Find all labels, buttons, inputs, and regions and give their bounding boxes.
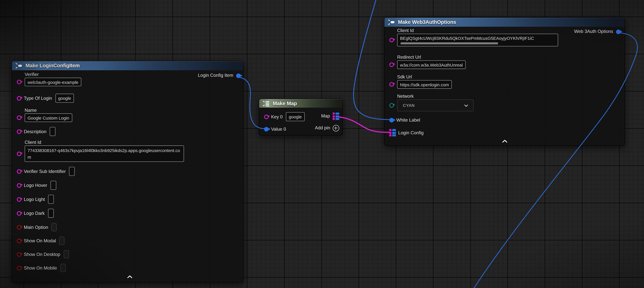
show-on-modal-checkbox[interactable] <box>59 237 65 245</box>
client-id-pin[interactable] <box>390 38 394 42</box>
field-logo-dark: Logo Dark <box>12 208 54 219</box>
node-title: Make Web3AuthOptions <box>398 19 456 25</box>
client-id-pin[interactable] <box>17 151 21 156</box>
name-pin[interactable] <box>17 115 21 120</box>
node-title: Make LoginConfigItem <box>26 63 80 69</box>
white-label-label: White Label <box>396 118 420 123</box>
field-show-on-mobile: Show On Mobile <box>12 263 66 273</box>
field-verifier: Verifier web3auth-google-example <box>12 72 81 86</box>
name-input[interactable]: Google Custom Login <box>25 113 72 122</box>
verifier-label: Verifier <box>25 72 81 77</box>
main-option-pin[interactable] <box>17 225 21 229</box>
make-map-icon <box>262 100 270 106</box>
output-pin-label: Login Config Item <box>198 73 233 78</box>
login-config-item-output-pin[interactable] <box>236 73 241 78</box>
node-title: Make Map <box>273 100 297 106</box>
collapse-node-button[interactable] <box>124 275 136 278</box>
verifier-sub-identifier-label: Verifier Sub Identifier <box>24 169 66 174</box>
field-login-config: Login Config <box>384 128 424 137</box>
login-config-map-pin-icon[interactable] <box>390 129 396 136</box>
client-id-input[interactable]: 774338308167-q463s7kpvja16l4l0kko3nb925i… <box>25 145 184 162</box>
key0-label: Key 0 <box>271 114 283 119</box>
network-dropdown[interactable]: CYAN <box>397 99 474 111</box>
show-on-desktop-pin[interactable] <box>17 252 21 256</box>
add-pin-button[interactable]: Add pin <box>315 125 339 131</box>
dropdown-chevron-icon <box>464 104 468 107</box>
field-main-option: Main Option <box>12 222 57 232</box>
collapse-chevron-icon <box>502 140 508 143</box>
output-pin-label: Web 3Auth Options <box>574 29 613 34</box>
verifier-sub-identifier-input[interactable] <box>69 167 75 176</box>
logo-dark-pin[interactable] <box>17 211 21 215</box>
main-option-checkbox[interactable] <box>52 223 57 231</box>
collapse-node-button[interactable] <box>499 140 511 143</box>
show-on-modal-pin[interactable] <box>17 238 21 243</box>
show-on-mobile-pin[interactable] <box>17 266 21 270</box>
sdk-url-pin[interactable] <box>390 82 394 87</box>
network-pin[interactable] <box>390 103 394 108</box>
show-on-mobile-label: Show On Mobile <box>24 265 57 270</box>
node-make-login-config-item[interactable]: Make LoginConfigItem Login Config Item V… <box>12 61 244 282</box>
field-show-on-modal: Show On Modal <box>12 236 64 245</box>
name-label: Name <box>25 108 72 113</box>
logo-light-input[interactable] <box>48 195 54 204</box>
logo-light-pin[interactable] <box>17 197 21 201</box>
map-pin-icon[interactable] <box>333 113 339 120</box>
node-header[interactable]: Make Web3AuthOptions <box>384 18 625 27</box>
logo-dark-label: Logo Dark <box>24 211 45 216</box>
key0-pin[interactable] <box>264 114 269 119</box>
description-input[interactable] <box>50 127 56 136</box>
field-sdk-url: Sdk Url https://sdk.openlogin.com <box>384 74 452 89</box>
client-id-input[interactable]: BEglQSgt4cUWcj6SKRdu5QkOXTsePmMcusG5EAoy… <box>397 34 558 46</box>
network-label: Network <box>397 94 474 99</box>
verifier-sub-identifier-pin[interactable] <box>17 169 21 174</box>
key0-input[interactable]: google <box>286 112 304 121</box>
node-make-web3auth-options[interactable]: Make Web3AuthOptions Web 3Auth Options C… <box>384 17 625 146</box>
field-redirect-url: Redirect Url w3a://com.w3a.Web3AuthUnrea… <box>384 55 466 69</box>
type-of-login-pin[interactable] <box>17 96 21 101</box>
show-on-modal-label: Show On Modal <box>24 238 56 243</box>
type-of-login-input[interactable]: google <box>55 94 74 102</box>
description-label: Description <box>24 129 46 134</box>
node-header[interactable]: Make LoginConfigItem <box>12 61 243 70</box>
network-selected-value: CYAN <box>403 103 414 108</box>
login-config-label: Login Config <box>398 130 424 135</box>
blueprint-graph-canvas[interactable]: Make LoginConfigItem Login Config Item V… <box>0 0 644 288</box>
wire-map-to-login-config[interactable] <box>339 117 390 132</box>
redirect-url-pin[interactable] <box>390 62 394 67</box>
sdk-url-input[interactable]: https://sdk.openlogin.com <box>397 80 452 89</box>
client-id-label: Client Id <box>25 140 184 145</box>
verifier-pin[interactable] <box>17 80 21 84</box>
logo-light-label: Logo Light <box>24 197 45 202</box>
logo-hover-label: Logo Hover <box>24 183 47 188</box>
white-label-pin[interactable] <box>390 118 394 122</box>
node-header[interactable]: Make Map <box>259 99 342 108</box>
verifier-input[interactable]: web3auth-google-example <box>25 78 81 86</box>
value0-pin[interactable] <box>264 127 269 131</box>
web3auth-options-output-pin[interactable] <box>616 30 620 34</box>
show-on-desktop-label: Show On Desktop <box>24 252 60 257</box>
main-option-label: Main Option <box>24 225 48 230</box>
field-white-label: White Label <box>384 115 420 125</box>
add-pin-plus-icon <box>333 125 339 131</box>
output-web3auth-options[interactable]: Web 3Auth Options <box>574 29 620 35</box>
value0-label: Value 0 <box>271 127 286 132</box>
field-name: Name Google Custom Login <box>12 108 72 122</box>
type-of-login-label: Type Of Login <box>24 96 52 101</box>
field-key0: Key 0 google <box>259 112 304 121</box>
client-id-scrollbar[interactable] <box>400 43 498 45</box>
show-on-desktop-checkbox[interactable] <box>64 250 69 258</box>
field-type-of-login: Type Of Login google <box>12 94 74 103</box>
node-make-map[interactable]: Make Map Key 0 google Map Value 0 Add pi… <box>259 99 343 136</box>
output-login-config-item[interactable]: Login Config Item <box>198 73 241 78</box>
description-pin[interactable] <box>17 129 21 134</box>
logo-hover-input[interactable] <box>50 181 56 190</box>
logo-hover-pin[interactable] <box>17 183 21 188</box>
field-client-id: Client Id 774338308167-q463s7kpvja16l4l0… <box>12 140 184 162</box>
show-on-mobile-checkbox[interactable] <box>60 264 66 272</box>
redirect-url-input[interactable]: w3a://com.w3a.Web3AuthUnreal <box>397 61 466 69</box>
add-pin-label: Add pin <box>315 125 330 130</box>
output-map[interactable]: Map <box>321 113 339 120</box>
logo-dark-input[interactable] <box>48 209 54 218</box>
field-logo-light: Logo Light <box>12 194 54 205</box>
